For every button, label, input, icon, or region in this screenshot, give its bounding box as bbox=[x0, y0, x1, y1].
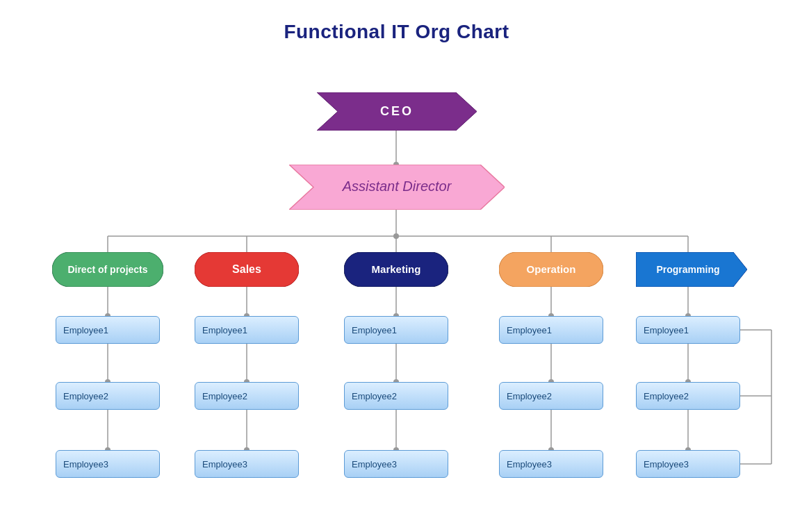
emp-box: Employee2 bbox=[344, 382, 448, 410]
emp-label: Employee1 bbox=[202, 325, 247, 335]
emp-box: Employee3 bbox=[636, 450, 740, 478]
svg-point-3 bbox=[393, 233, 399, 239]
emp-operation-1: Employee1 bbox=[499, 316, 603, 344]
emp-label: Employee1 bbox=[644, 325, 689, 335]
emp-box: Employee3 bbox=[499, 450, 603, 478]
ceo-label: CEO bbox=[379, 104, 413, 118]
emp-label: Employee2 bbox=[644, 391, 689, 401]
emp-label: Employee2 bbox=[63, 391, 108, 401]
dept-sales-label: Sales bbox=[232, 263, 261, 275]
emp-direct-2: Employee2 bbox=[56, 382, 160, 410]
emp-box: Employee1 bbox=[56, 316, 160, 344]
ceo-chevron: CEO bbox=[317, 92, 477, 131]
emp-box: Employee1 bbox=[636, 316, 740, 344]
emp-programming-2: Employee2 bbox=[636, 382, 740, 410]
emp-sales-1: Employee1 bbox=[195, 316, 299, 344]
emp-box: Employee3 bbox=[344, 450, 448, 478]
emp-box: Employee3 bbox=[56, 450, 160, 478]
emp-box: Employee1 bbox=[344, 316, 448, 344]
asst-chevron: Assistant Director bbox=[289, 165, 505, 210]
dept-marketing-shape: Marketing bbox=[344, 252, 448, 287]
emp-box: Employee2 bbox=[195, 382, 299, 410]
emp-marketing-3: Employee3 bbox=[344, 450, 448, 478]
emp-marketing-2: Employee2 bbox=[344, 382, 448, 410]
dept-programming-shape: Programming bbox=[636, 252, 747, 287]
emp-box: Employee3 bbox=[195, 450, 299, 478]
ceo-node: CEO bbox=[317, 92, 477, 133]
emp-label: Employee3 bbox=[507, 459, 552, 469]
dept-sales-shape: Sales bbox=[195, 252, 299, 287]
emp-label: Employee3 bbox=[202, 459, 247, 469]
emp-label: Employee3 bbox=[63, 459, 108, 469]
emp-operation-2: Employee2 bbox=[499, 382, 603, 410]
dept-direct-projects: Direct of projects bbox=[52, 252, 163, 290]
dept-programming-label: Programming bbox=[656, 264, 719, 275]
dept-operation: Operation bbox=[499, 252, 603, 290]
emp-box: Employee2 bbox=[499, 382, 603, 410]
emp-sales-2: Employee2 bbox=[195, 382, 299, 410]
chart-container: Functional IT Org Chart bbox=[0, 0, 793, 532]
dept-marketing: Marketing bbox=[344, 252, 448, 290]
emp-label: Employee1 bbox=[352, 325, 397, 335]
chart-title: Functional IT Org Chart bbox=[14, 21, 779, 43]
dept-direct-projects-shape: Direct of projects bbox=[52, 252, 163, 287]
dept-operation-shape: Operation bbox=[499, 252, 603, 287]
emp-box: Employee1 bbox=[195, 316, 299, 344]
emp-label: Employee2 bbox=[507, 391, 552, 401]
emp-programming-1: Employee1 bbox=[636, 316, 740, 344]
emp-label: Employee2 bbox=[352, 391, 397, 401]
dept-programming: Programming bbox=[636, 252, 747, 290]
emp-label: Employee1 bbox=[63, 325, 108, 335]
asst-director-label: Assistant Director bbox=[341, 178, 452, 194]
dept-marketing-label: Marketing bbox=[372, 263, 421, 275]
emp-label: Employee3 bbox=[644, 459, 689, 469]
emp-operation-3: Employee3 bbox=[499, 450, 603, 478]
dept-sales: Sales bbox=[195, 252, 299, 290]
emp-direct-1: Employee1 bbox=[56, 316, 160, 344]
emp-direct-3: Employee3 bbox=[56, 450, 160, 478]
emp-marketing-1: Employee1 bbox=[344, 316, 448, 344]
emp-sales-3: Employee3 bbox=[195, 450, 299, 478]
assistant-director-node: Assistant Director bbox=[289, 165, 505, 213]
emp-label: Employee2 bbox=[202, 391, 247, 401]
emp-label: Employee1 bbox=[507, 325, 552, 335]
emp-programming-3: Employee3 bbox=[636, 450, 740, 478]
emp-box: Employee2 bbox=[636, 382, 740, 410]
dept-direct-projects-label: Direct of projects bbox=[67, 264, 147, 275]
emp-label: Employee3 bbox=[352, 459, 397, 469]
emp-box: Employee1 bbox=[499, 316, 603, 344]
emp-box: Employee2 bbox=[56, 382, 160, 410]
dept-operation-label: Operation bbox=[527, 263, 576, 275]
